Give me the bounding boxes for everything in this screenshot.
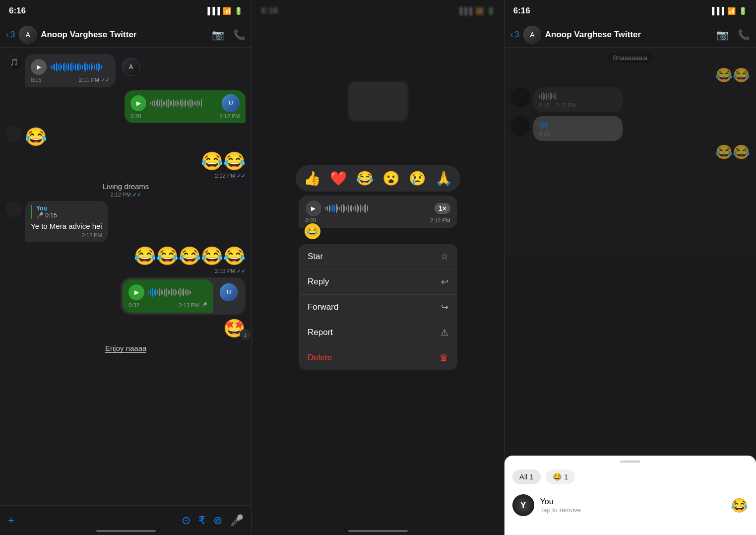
panel-context-menu: 6:16 ▐▐▐📶🔋 👍 ❤️ 😂 😮 😢 🙏 ▶ [252, 0, 504, 535]
mic-button[interactable]: 🎤 [230, 514, 244, 527]
reaction-heart[interactable]: ❤️ [330, 170, 347, 187]
wifi-icon: 📶 [727, 7, 736, 15]
reaction-wow[interactable]: 😮 [382, 170, 400, 187]
play-button[interactable]: ▶ [31, 59, 47, 75]
system-text: Living dreams [103, 182, 149, 191]
phone-call-icon[interactable]: 📞 [738, 29, 750, 41]
reaction-sad[interactable]: 😢 [409, 170, 426, 187]
reply-icon: ↩ [441, 276, 448, 287]
delete-label: Delete [308, 353, 332, 363]
background-messages: 6:16 ▐▐▐📶🔋 [252, 0, 504, 151]
panel-reactions: 6:16 ▐▐▐ 📶 🔋 ‹ 3 A Anoop Varghese Twitte… [504, 0, 756, 535]
context-forward[interactable]: Forward ↪ [299, 295, 457, 320]
nav-bar-p3: ‹ 3 A Anoop Varghese Twitter 📷 📞 [504, 22, 756, 48]
msg-time: 2:12 PM ✓✓ [111, 192, 141, 198]
voice-bubble-incoming[interactable]: ▶ A 0:15 2:11 PM ✓✓ [25, 54, 116, 87]
msg-row: Living dreams 2:12 PM ✓✓ [0, 181, 252, 200]
home-indicator [348, 530, 408, 532]
voice-thumb: U [220, 283, 238, 301]
speed-indicator[interactable]: 1× [435, 203, 450, 214]
star-icon: ☆ [441, 251, 448, 262]
status-bar-p3: 6:16 ▐▐▐ 📶 🔋 [504, 0, 756, 22]
reaction-thumbsup[interactable]: 👍 [304, 170, 321, 187]
signal-icon: ▐▐▐ [205, 7, 220, 15]
back-count: 3 [514, 30, 519, 40]
plus-button[interactable]: + [8, 514, 14, 527]
message-text: Ye to Mera advice hei [31, 221, 102, 231]
avatar [6, 126, 22, 142]
star-label: Star [308, 252, 323, 262]
context-menu-container: 👍 ❤️ 😂 😮 😢 🙏 ▶ 1× 0:20 2:12 PM [299, 165, 457, 370]
status-bar-p1: 6:16 ▐▐▐ 📶 🔋 [0, 0, 252, 22]
emoji-message: 😂😂😂😂😂 [134, 245, 246, 267]
play-button[interactable]: ▶ [130, 95, 146, 111]
panel-chat-main: 6:16 ▐▐▐ 📶 🔋 ‹ 3 A Anoop Varghese Twitte… [0, 0, 252, 535]
forward-label: Forward [308, 302, 338, 312]
report-label: Report [308, 328, 333, 337]
avatar [6, 201, 22, 217]
reaction-picker[interactable]: 👍 ❤️ 😂 😮 😢 🙏 [296, 165, 460, 192]
msg-row: 🤩 ↓ [0, 316, 252, 340]
reaction-laugh[interactable]: 😂 [356, 170, 374, 187]
chat-area-p1: 🎵 ▶ A [0, 48, 252, 505]
reply-text: 🎤 0:15 [36, 212, 102, 219]
contact-avatar-p1: A [19, 26, 37, 44]
battery-icon: 🔋 [739, 7, 747, 15]
reply-bubble[interactable]: You 🎤 0:15 Ye to Mera advice hei 2:12 PM [25, 201, 108, 242]
report-icon: ⚠ [441, 327, 448, 338]
sticker-button[interactable]: ⊙ [182, 514, 190, 527]
voice-duration: 0:32 [128, 302, 139, 309]
nav-bar-p1: ‹ 3 A Anoop Varghese Twitter 📷 📞 [0, 22, 252, 48]
back-count: 3 [10, 30, 15, 40]
user-avatar: Y [512, 494, 534, 516]
home-indicator [96, 530, 156, 532]
msg-row: You 🎤 0:15 Ye to Mera advice hei 2:12 PM [0, 200, 252, 244]
delete-icon: 🗑 [440, 352, 448, 363]
context-star[interactable]: Star ☆ [299, 244, 457, 269]
back-button-p1[interactable]: ‹ 3 [6, 30, 15, 40]
payment-button[interactable]: ₹ [198, 514, 205, 527]
context-reply[interactable]: Reply ↩ [299, 269, 457, 295]
chevron-left-icon: ‹ [6, 30, 9, 40]
video-call-icon[interactable]: 📷 [212, 29, 224, 41]
context-menu: Star ☆ Reply ↩ Forward ↪ Report ⚠ Delete… [299, 244, 457, 370]
msg-time: 2:12 PM [31, 232, 102, 238]
user-sub[interactable]: Tap to remove [540, 506, 725, 514]
context-delete[interactable]: Delete 🗑 [299, 345, 457, 370]
contact-avatar-p3: A [523, 26, 541, 44]
emoji-message: 😂😂 [201, 150, 246, 172]
msg-row: 😂😂 2:12 PM ✓✓ [0, 149, 252, 181]
voice-bubble-outgoing[interactable]: ▶ U 0:20 2:12 PM [125, 90, 246, 123]
play-button[interactable]: ▶ [306, 201, 321, 216]
status-time-p3: 6:16 [513, 6, 530, 16]
sheet-handle[interactable] [620, 461, 640, 463]
reaction-pray[interactable]: 🙏 [435, 170, 452, 187]
context-report[interactable]: Report ⚠ [299, 320, 457, 345]
msg-row: 😂 [0, 125, 252, 149]
contact-name-p3: Anoop Varghese Twitter [545, 30, 712, 40]
voice-bubble-active[interactable]: ▶ U 0:32 2:13 PM 🎤 [123, 279, 213, 313]
forward-icon: ↪ [441, 302, 448, 313]
video-call-icon[interactable]: 📷 [716, 29, 729, 41]
msg-row: 🎵 ▶ A [0, 53, 252, 89]
back-button-p3[interactable]: ‹ 3 [510, 30, 519, 40]
reaction-user-row: Y You Tap to remove 😂 [512, 492, 748, 518]
phone-call-icon[interactable]: 📞 [233, 29, 246, 41]
home-indicator [600, 530, 660, 532]
msg-row: ▶ U 0:20 2:12 PM [0, 89, 252, 125]
tab-laugh[interactable]: 😂 1 [546, 469, 575, 484]
msg-row: Enjoy naaaa [0, 342, 252, 354]
reply-quote: You 🎤 0:15 [31, 205, 102, 219]
voice-time: 2:13 PM 🎤 [179, 302, 207, 309]
voice-time: 2:12 PM [430, 217, 450, 223]
status-icons-p1: ▐▐▐ 📶 🔋 [205, 7, 243, 15]
camera-button[interactable]: ⊚ [213, 514, 222, 527]
reply-label: Reply [308, 277, 329, 287]
voice-thumb: A [122, 58, 140, 76]
system-text: Enjoy naaaa [105, 344, 146, 353]
voice-time: 2:12 PM [219, 113, 240, 119]
tab-all[interactable]: All 1 [512, 469, 541, 484]
user-name: You [540, 497, 725, 506]
play-button[interactable]: ▶ [128, 284, 144, 300]
battery-icon: 🔋 [234, 7, 243, 15]
